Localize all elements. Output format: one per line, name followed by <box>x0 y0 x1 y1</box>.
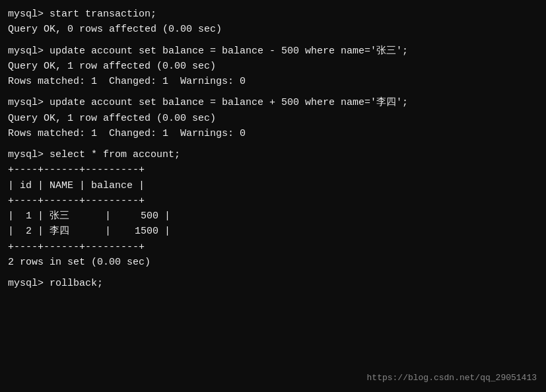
terminal-line: +----+------+---------+ <box>8 240 538 255</box>
terminal-window: mysql> start transaction;Query OK, 0 row… <box>0 0 546 392</box>
terminal-line: mysql> start transaction; <box>8 7 538 22</box>
terminal-line: +----+------+---------+ <box>8 193 538 209</box>
terminal-line: 2 rows in set (0.00 sec) <box>8 255 538 270</box>
terminal-line: | 1 | 张三 | 500 | <box>8 209 538 224</box>
terminal-line: Query OK, 1 row affected (0.00 sec) <box>8 111 538 126</box>
terminal-line: mysql> rollback; <box>8 276 538 291</box>
terminal-spacer <box>8 270 538 276</box>
terminal-spacer <box>8 89 538 95</box>
terminal-line: Rows matched: 1 Changed: 1 Warnings: 0 <box>8 126 538 141</box>
watermark: https://blog.csdn.net/qq_29051413 <box>367 373 537 383</box>
terminal-line: Rows matched: 1 Changed: 1 Warnings: 0 <box>8 74 538 89</box>
terminal-spacer <box>8 141 538 147</box>
terminal-line: Query OK, 1 row affected (0.00 sec) <box>8 59 538 74</box>
terminal-line: mysql> select * from account; <box>8 147 538 162</box>
terminal-line: +----+------+---------+ <box>8 162 538 178</box>
terminal-line: | 2 | 李四 | 1500 | <box>8 224 538 239</box>
terminal-line: Query OK, 0 rows affected (0.00 sec) <box>8 22 538 37</box>
terminal-output: mysql> start transaction;Query OK, 0 row… <box>8 7 538 291</box>
terminal-line: | id | NAME | balance | <box>8 178 538 193</box>
terminal-line: mysql> update account set balance = bala… <box>8 95 538 110</box>
terminal-line: mysql> update account set balance = bala… <box>8 44 538 59</box>
terminal-spacer <box>8 38 538 44</box>
